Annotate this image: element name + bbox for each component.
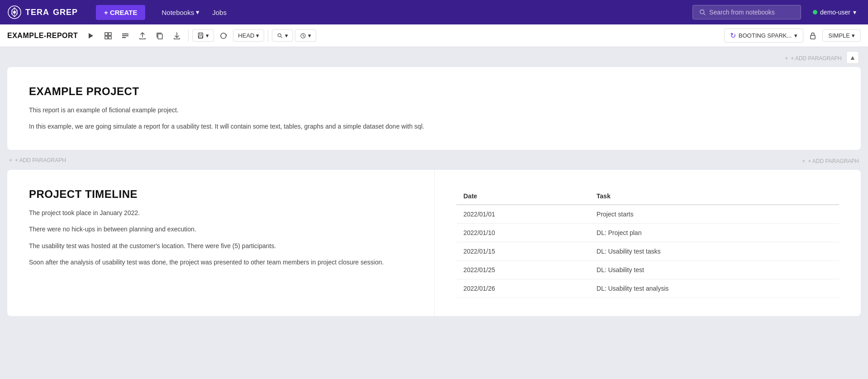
svg-rect-16 <box>122 34 128 34</box>
toolbar: EXAMPLE-REPORT <box>0 24 868 47</box>
timeline-card: PROJECT TIMELINE The project took place … <box>7 170 434 316</box>
svg-line-28 <box>303 36 304 37</box>
table-cell: DL: Usability test analysis <box>589 279 839 297</box>
sync-icon <box>219 32 228 40</box>
logo-text-tera: TERA <box>25 8 49 17</box>
divider-1 <box>188 30 189 42</box>
timeline-para-1: The project took place in January 2022. <box>29 208 413 218</box>
intro-title: EXAMPLE PROJECT <box>29 85 839 98</box>
clock-icon <box>300 33 306 39</box>
timeline-title: PROJECT TIMELINE <box>29 188 413 201</box>
timeline-para-4: Soon after the analysis of usability tes… <box>29 257 413 267</box>
timeline-para-3: The usability test was hosted at the cus… <box>29 241 413 251</box>
svg-rect-19 <box>158 34 162 39</box>
add-paragraph-right[interactable]: + + ADD PARAGRAPH <box>802 154 859 167</box>
spark-button[interactable]: ↻ BOOTING SPARK... ▾ <box>724 29 804 43</box>
grid-icon <box>104 32 112 40</box>
save-dropdown[interactable]: ▾ <box>192 29 214 42</box>
timeline-para-2: There were no hick-ups in between planni… <box>29 224 413 234</box>
main-content: + + ADD PARAGRAPH ▲ EXAMPLE PROJECT This… <box>0 47 868 379</box>
divider-2 <box>268 30 268 42</box>
table-cell: 2022/01/25 <box>456 260 589 279</box>
table-cell: DL: Usability test tasks <box>589 242 839 260</box>
col-task: Task <box>589 188 839 205</box>
download-icon <box>173 32 181 40</box>
online-indicator <box>813 10 817 14</box>
table-card: Date Task 2022/01/01Project starts2022/0… <box>434 170 861 316</box>
svg-point-9 <box>700 10 704 14</box>
jobs-nav[interactable]: Jobs <box>207 5 232 20</box>
svg-rect-29 <box>811 35 815 39</box>
svg-line-25 <box>281 36 282 38</box>
time-dropdown[interactable]: ▾ <box>295 29 316 42</box>
copy-icon <box>156 32 164 40</box>
copy-button[interactable] <box>152 29 167 43</box>
intro-para-1: This report is an example of fictional e… <box>29 105 839 115</box>
intro-card: EXAMPLE PROJECT This report is an exampl… <box>7 67 861 150</box>
search-bar[interactable]: Search from notebooks <box>693 5 801 19</box>
two-col-section: PROJECT TIMELINE The project took place … <box>7 170 861 316</box>
svg-rect-14 <box>105 36 108 39</box>
svg-rect-12 <box>105 33 108 35</box>
table-row: 2022/01/25DL: Usability test <box>456 260 840 279</box>
username-label: demo-user <box>820 9 850 16</box>
table-cell: 2022/01/15 <box>456 242 589 260</box>
svg-rect-18 <box>122 37 126 38</box>
svg-line-10 <box>704 14 706 15</box>
simple-dropdown[interactable]: SIMPLE ▾ <box>822 29 861 42</box>
svg-marker-11 <box>89 33 93 38</box>
data-table: Date Task 2022/01/01Project starts2022/0… <box>456 188 840 298</box>
table-cell: DL: Usability test <box>589 260 839 279</box>
table-row: 2022/01/15DL: Usability test tasks <box>456 242 840 260</box>
layout-button[interactable] <box>100 29 116 43</box>
table-body: 2022/01/01Project starts2022/01/10DL: Pr… <box>456 205 840 298</box>
table-cell: 2022/01/10 <box>456 223 589 242</box>
upload-button[interactable] <box>135 29 150 43</box>
lock-button[interactable] <box>805 29 821 43</box>
table-cell: Project starts <box>589 205 839 224</box>
upload-icon <box>138 32 147 40</box>
download-button[interactable] <box>169 29 185 43</box>
head-dropdown[interactable]: HEAD ▾ <box>233 29 264 42</box>
sync-button[interactable] <box>216 29 231 43</box>
paragraph-icon <box>121 32 129 40</box>
table-cell: 2022/01/26 <box>456 279 589 297</box>
add-paragraph-left[interactable]: + + ADD PARAGRAPH <box>9 157 66 163</box>
table-row: 2022/01/01Project starts <box>456 205 840 224</box>
table-row: 2022/01/10DL: Project plan <box>456 223 840 242</box>
table-cell: DL: Project plan <box>589 223 839 242</box>
table-cell: 2022/01/01 <box>456 205 589 224</box>
svg-rect-13 <box>109 33 111 35</box>
play-icon <box>87 32 95 40</box>
report-title: EXAMPLE-REPORT <box>7 32 78 40</box>
user-area[interactable]: demo-user ▾ <box>808 6 861 19</box>
table-row: 2022/01/26DL: Usability test analysis <box>456 279 840 297</box>
svg-rect-22 <box>199 36 203 38</box>
create-button[interactable]: + CREATE <box>96 5 145 20</box>
refresh-icon: ↻ <box>730 31 736 40</box>
search-dropdown[interactable]: ▾ <box>272 29 293 42</box>
paragraph-button[interactable] <box>118 29 133 43</box>
logo-text-grep: GREP <box>53 8 78 17</box>
timeline-body: The project took place in January 2022. … <box>29 208 413 268</box>
nav-links: Notebooks ▾ Jobs <box>156 5 232 20</box>
search-icon <box>699 9 706 15</box>
scroll-top-button[interactable]: ▲ <box>846 51 859 64</box>
svg-rect-17 <box>122 35 128 36</box>
svg-rect-20 <box>199 33 203 38</box>
top-nav: TERAGREP + CREATE Notebooks ▾ Jobs Searc… <box>0 0 868 24</box>
svg-point-24 <box>278 34 281 37</box>
intro-body: This report is an example of fictional e… <box>29 105 839 132</box>
intro-para-2: In this example, we are going simulate a… <box>29 121 839 131</box>
svg-point-2 <box>13 11 16 14</box>
lock-icon <box>809 32 817 40</box>
add-paragraph-top[interactable]: + + ADD PARAGRAPH <box>785 51 842 64</box>
run-button[interactable] <box>83 29 99 43</box>
notebooks-nav[interactable]: Notebooks ▾ <box>156 5 205 20</box>
logo: TERAGREP <box>7 5 89 19</box>
table-header-row: Date Task <box>456 188 840 205</box>
col-date: Date <box>456 188 589 205</box>
search-placeholder: Search from notebooks <box>709 9 775 16</box>
save-icon <box>197 32 204 39</box>
search-tb-icon <box>277 33 283 39</box>
